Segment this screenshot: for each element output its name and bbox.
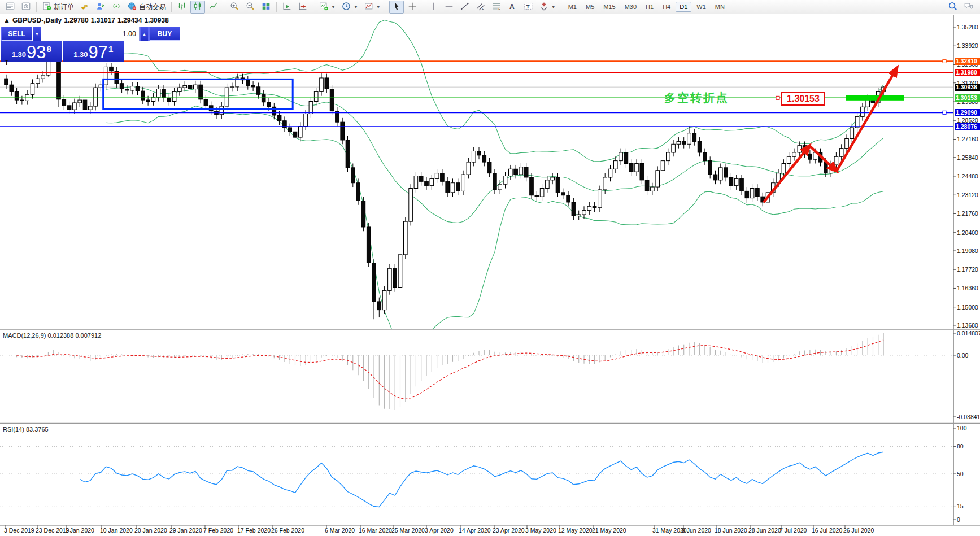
rsi-axis-tick: 80 xyxy=(957,443,964,450)
price-tag-1.29090: 1.29090 xyxy=(955,109,980,116)
macd-histogram xyxy=(17,333,884,411)
rsi-line xyxy=(80,452,883,507)
trend-arrow-1[interactable] xyxy=(764,146,809,202)
macd-pane-label: MACD(12,26,9) 0.012388 0.007912 xyxy=(3,332,101,339)
sell-price-prefix: 1.30 xyxy=(12,50,26,59)
buy-price[interactable]: 1.30 97 1 xyxy=(63,41,124,62)
rsi-pane[interactable] xyxy=(0,446,953,507)
time-axis-label: 28 Jun 2020 xyxy=(748,527,781,534)
time-axis-label: 10 Jan 2020 xyxy=(100,527,133,534)
symbol-period-label: GBPUSD-,Daily xyxy=(12,16,62,24)
price-tag-1.31980: 1.31980 xyxy=(955,69,980,76)
price-axis-tick: 1.15000 xyxy=(957,304,978,311)
time-axis-label: 14 Apr 2020 xyxy=(459,527,491,534)
high-value: 1.31017 xyxy=(91,16,115,24)
time-axis-label: 7 Jul 2020 xyxy=(779,527,807,534)
price-axis-tick: 1.25840 xyxy=(957,154,978,161)
buy-price-prefix: 1.30 xyxy=(73,50,88,59)
price-callout-label[interactable]: 1.30153 xyxy=(781,92,825,106)
time-axis-label: 16 Mar 2020 xyxy=(359,527,392,534)
price-tag-1.30153: 1.30153 xyxy=(955,94,980,102)
trend-arrow-3[interactable] xyxy=(837,68,897,171)
time-axis-label: 16 Jul 2020 xyxy=(812,527,842,534)
macd-axis-tick: 0.014807 xyxy=(957,330,980,337)
price-tag-1.32810: 1.32810 xyxy=(955,58,980,65)
time-axis-label: 3 Apr 2020 xyxy=(425,527,454,534)
macd-signal-line xyxy=(17,340,884,399)
rsi-axis-tick: 0 xyxy=(957,516,960,523)
time-axis-label: 21 May 2020 xyxy=(592,527,626,534)
sell-price-big: 93 xyxy=(27,45,46,60)
rsi-axis-tick: 100 xyxy=(957,425,967,432)
time-axis-label: 3 Dec 2019 xyxy=(4,527,34,534)
time-axis-label: 6 Mar 2020 xyxy=(325,527,355,534)
macd-axis-tick: 0.00 xyxy=(957,352,968,359)
price-axis-tick: 1.21760 xyxy=(957,210,978,217)
price-axis-tick: 1.27160 xyxy=(957,136,978,142)
price-axis-tick: 1.13680 xyxy=(957,322,978,329)
price-axis-tick: 1.33920 xyxy=(957,42,978,49)
panel-collapse-icon[interactable]: ▲ xyxy=(3,16,10,24)
chart-canvas[interactable] xyxy=(0,0,980,536)
price-axis-tick: 1.17720 xyxy=(957,266,978,273)
time-axis-label: 20 Jan 2020 xyxy=(134,527,167,534)
main-pane[interactable] xyxy=(0,20,953,349)
turning-point-annotation[interactable]: 多空转折点 xyxy=(664,90,729,106)
time-axis-label: 26 Jul 2020 xyxy=(843,527,874,534)
rsi-axis-tick: 15 xyxy=(957,503,964,509)
low-value: 1.29434 xyxy=(117,16,142,24)
macd-axis-tick: -0.038415 xyxy=(957,413,980,420)
buy-button[interactable]: BUY xyxy=(149,27,180,41)
sell-price-pip: 8 xyxy=(46,44,51,54)
time-axis-label: 23 Dec 2019 xyxy=(36,527,69,534)
price-axis-tick: 1.19080 xyxy=(957,247,978,254)
volume-input[interactable] xyxy=(42,27,140,41)
price-axis-tick: 1.23120 xyxy=(957,191,978,198)
time-axis-label: 3 May 2020 xyxy=(525,527,556,534)
time-axis-label: 12 May 2020 xyxy=(558,527,593,534)
object-handle[interactable] xyxy=(943,111,946,114)
time-axis-label: 17 Feb 2020 xyxy=(237,527,271,534)
bollinger-lower-band xyxy=(106,106,883,349)
macd-pane[interactable] xyxy=(0,333,953,411)
time-axis-label: 9 Jun 2020 xyxy=(682,527,711,534)
object-handle[interactable] xyxy=(776,96,779,99)
buy-price-big: 97 xyxy=(88,45,107,60)
open-value: 1.29780 xyxy=(64,16,88,24)
rsi-axis-tick: 50 xyxy=(957,470,964,477)
chart-info-line: ▲GBPUSD-,Daily1.297801.310171.294341.309… xyxy=(3,16,171,24)
buy-price-pip: 1 xyxy=(108,44,113,54)
price-axis-tick: 1.20400 xyxy=(957,229,978,236)
price-tag-1.30938: 1.30938 xyxy=(955,84,980,91)
sell-button[interactable]: SELL xyxy=(1,27,32,41)
rsi-pane-label: RSI(14) 83.3765 xyxy=(3,426,49,433)
time-axis-label: 18 Jun 2020 xyxy=(715,527,747,534)
price-axis-tick: 1.35280 xyxy=(957,24,978,30)
time-axis-label: 25 Mar 2020 xyxy=(391,527,425,534)
time-axis-label: 26 Feb 2020 xyxy=(271,527,304,534)
volume-decrease-button[interactable]: ▼ xyxy=(33,27,41,41)
text-object-marker[interactable]: T xyxy=(5,59,8,67)
price-tag-1.28076: 1.28076 xyxy=(955,123,980,130)
price-axis-tick: 1.24480 xyxy=(957,173,978,180)
time-axis-label: 23 Apr 2020 xyxy=(493,527,525,534)
close-value: 1.30938 xyxy=(144,16,168,24)
price-axis-tick: 1.16360 xyxy=(957,285,978,291)
sell-price[interactable]: 1.30 93 8 xyxy=(1,41,62,62)
time-axis-label: 7 Feb 2020 xyxy=(203,527,233,534)
bollinger-upper-band xyxy=(106,20,883,162)
one-click-trading-panel: SELL ▼ ▲ BUY 1.30 93 8 1.30 97 1 xyxy=(1,27,124,62)
time-axis-label: 29 Jan 2020 xyxy=(169,527,202,534)
volume-increase-button[interactable]: ▲ xyxy=(140,27,149,41)
time-axis-label: 1 Jan 2020 xyxy=(65,527,94,534)
support-bar-object[interactable] xyxy=(846,95,904,101)
object-handle[interactable] xyxy=(943,59,946,63)
